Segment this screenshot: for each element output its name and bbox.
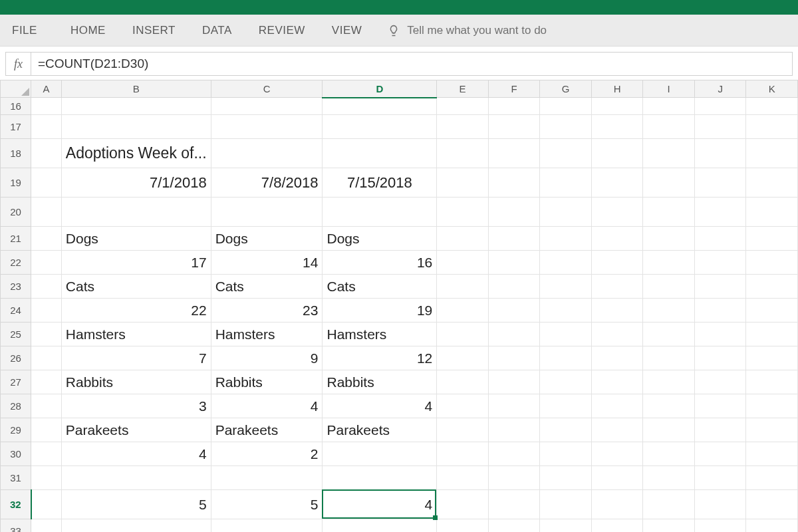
cell-B22[interactable]: 17 xyxy=(61,251,211,275)
cell-C21[interactable]: Dogs xyxy=(211,227,323,251)
cell-C31[interactable] xyxy=(211,466,323,490)
cell-D17[interactable] xyxy=(323,115,437,139)
col-header-H[interactable]: H xyxy=(591,80,643,98)
cell-B20[interactable] xyxy=(61,198,211,227)
cell-B24[interactable]: 22 xyxy=(61,299,211,323)
fx-label[interactable]: fx xyxy=(6,53,31,75)
cell-B26[interactable]: 7 xyxy=(61,346,211,370)
cell-A18[interactable] xyxy=(31,139,62,168)
cell-A20[interactable] xyxy=(31,198,62,227)
cell-C29[interactable]: Parakeets xyxy=(211,418,323,442)
cell-D27[interactable]: Rabbits xyxy=(323,370,437,394)
col-header-K[interactable]: K xyxy=(746,80,798,98)
cell-D32[interactable]: 4 xyxy=(323,490,437,519)
cell-C30[interactable]: 2 xyxy=(211,442,323,466)
cell-C23[interactable]: Cats xyxy=(211,275,323,299)
cell-D31[interactable] xyxy=(323,466,437,490)
cell-C33[interactable] xyxy=(211,519,323,533)
cell-D20[interactable] xyxy=(323,198,437,227)
cell-D16[interactable] xyxy=(323,98,437,115)
cell-D25[interactable]: Hamsters xyxy=(323,323,437,346)
select-all-corner[interactable] xyxy=(1,80,31,98)
cell-C28[interactable]: 4 xyxy=(211,394,323,418)
cell-A29[interactable] xyxy=(31,418,62,442)
cell-A23[interactable] xyxy=(31,275,62,299)
col-header-F[interactable]: F xyxy=(488,80,540,98)
cell-C18[interactable] xyxy=(211,139,323,168)
tell-me-search[interactable]: Tell me what you want to do xyxy=(387,24,547,37)
row-header-21[interactable]: 21 xyxy=(1,227,31,251)
row-header-20[interactable]: 20 xyxy=(1,198,31,227)
row-header-25[interactable]: 25 xyxy=(1,323,31,346)
col-header-B[interactable]: B xyxy=(61,80,211,98)
cell-A28[interactable] xyxy=(31,394,62,418)
row-header-19[interactable]: 19 xyxy=(1,168,31,198)
cell-C20[interactable] xyxy=(211,198,323,227)
cell-A33[interactable] xyxy=(31,519,62,533)
cell-A31[interactable] xyxy=(31,466,62,490)
cell-A21[interactable] xyxy=(31,227,62,251)
row-header-24[interactable]: 24 xyxy=(1,299,31,323)
row-header-16[interactable]: 16 xyxy=(1,98,31,115)
spreadsheet-grid[interactable]: A B C D E F G H I J K 16 17 18 Adoptions… xyxy=(0,80,798,532)
col-header-D[interactable]: D xyxy=(323,80,437,98)
cell-D23[interactable]: Cats xyxy=(323,275,437,299)
tab-file[interactable]: FILE xyxy=(12,15,57,46)
formula-input[interactable] xyxy=(31,57,792,71)
row-header-17[interactable]: 17 xyxy=(1,115,31,139)
col-header-E[interactable]: E xyxy=(437,80,489,98)
cell-A16[interactable] xyxy=(31,98,62,115)
cell-C27[interactable]: Rabbits xyxy=(211,370,323,394)
cell-B25[interactable]: Hamsters xyxy=(61,323,211,346)
row-header-23[interactable]: 23 xyxy=(1,275,31,299)
cell-D29[interactable]: Parakeets xyxy=(323,418,437,442)
cell-A32[interactable] xyxy=(31,490,62,519)
cell-C26[interactable]: 9 xyxy=(211,346,323,370)
cell-B19[interactable]: 7/1/2018 xyxy=(61,168,211,198)
cell-A24[interactable] xyxy=(31,299,62,323)
cell-B18[interactable]: Adoptions Week of... xyxy=(61,139,211,168)
row-header-27[interactable]: 27 xyxy=(1,370,31,394)
cell-B32[interactable]: 5 xyxy=(61,490,211,519)
row-header-28[interactable]: 28 xyxy=(1,394,31,418)
cell-C19[interactable]: 7/8/2018 xyxy=(211,168,323,198)
cell-C32[interactable]: 5 xyxy=(211,490,323,519)
cell-D22[interactable]: 16 xyxy=(323,251,437,275)
cell-C24[interactable]: 23 xyxy=(211,299,323,323)
row-header-26[interactable]: 26 xyxy=(1,346,31,370)
row-header-30[interactable]: 30 xyxy=(1,442,31,466)
cell-D26[interactable]: 12 xyxy=(323,346,437,370)
cell-A22[interactable] xyxy=(31,251,62,275)
tab-insert[interactable]: INSERT xyxy=(119,15,189,46)
row-header-33[interactable]: 33 xyxy=(1,519,31,533)
cell-D30[interactable] xyxy=(323,442,437,466)
tab-view[interactable]: VIEW xyxy=(319,15,375,46)
cell-A26[interactable] xyxy=(31,346,62,370)
col-header-I[interactable]: I xyxy=(643,80,695,98)
cell-B27[interactable]: Rabbits xyxy=(61,370,211,394)
cell-B21[interactable]: Dogs xyxy=(61,227,211,251)
row-header-29[interactable]: 29 xyxy=(1,418,31,442)
tab-home[interactable]: HOME xyxy=(57,15,119,46)
cell-D33[interactable] xyxy=(323,519,437,533)
cell-A30[interactable] xyxy=(31,442,62,466)
cell-A19[interactable] xyxy=(31,168,62,198)
cell-B30[interactable]: 4 xyxy=(61,442,211,466)
col-header-A[interactable]: A xyxy=(31,80,62,98)
cell-A25[interactable] xyxy=(31,323,62,346)
cell-D21[interactable]: Dogs xyxy=(323,227,437,251)
cell-D24[interactable]: 19 xyxy=(323,299,437,323)
cell-C25[interactable]: Hamsters xyxy=(211,323,323,346)
row-header-31[interactable]: 31 xyxy=(1,466,31,490)
cell-D18[interactable] xyxy=(323,139,437,168)
cell-B17[interactable] xyxy=(61,115,211,139)
cell-A17[interactable] xyxy=(31,115,62,139)
cell-B31[interactable] xyxy=(61,466,211,490)
cell-B16[interactable] xyxy=(61,98,211,115)
tab-data[interactable]: DATA xyxy=(189,15,245,46)
row-header-32[interactable]: 32 xyxy=(1,490,31,519)
tab-review[interactable]: REVIEW xyxy=(245,15,319,46)
cell-D28[interactable]: 4 xyxy=(323,394,437,418)
cell-B29[interactable]: Parakeets xyxy=(61,418,211,442)
cell-B28[interactable]: 3 xyxy=(61,394,211,418)
